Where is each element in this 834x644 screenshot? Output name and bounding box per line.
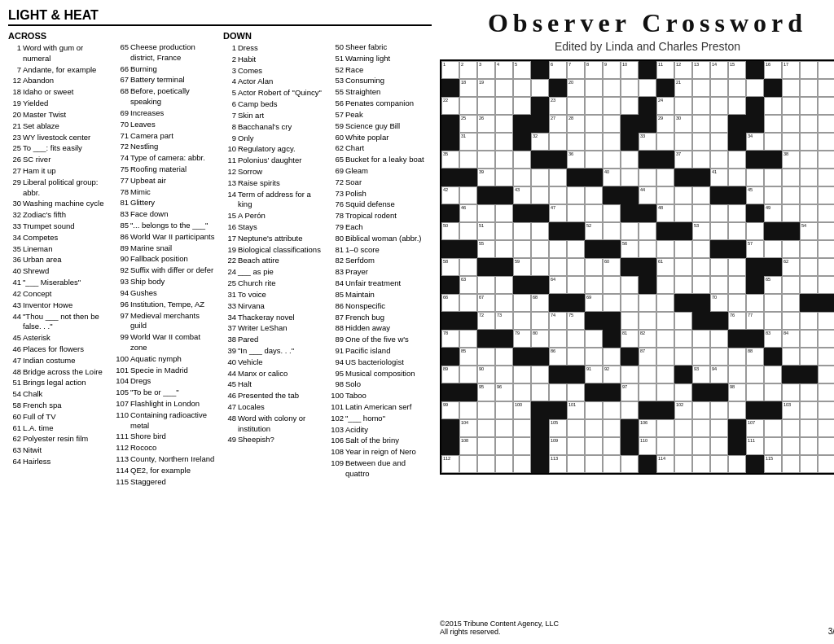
cell-12,0[interactable]: [441, 276, 459, 294]
cell-21,8[interactable]: [585, 437, 603, 455]
cell-9,14[interactable]: 53: [692, 222, 710, 240]
cell-22,13[interactable]: [674, 455, 692, 473]
cell-12,15[interactable]: [710, 276, 728, 294]
cell-0,15[interactable]: 14: [710, 61, 728, 79]
cell-16,21[interactable]: [818, 348, 834, 366]
cell-20,19[interactable]: [782, 419, 800, 437]
cell-21,9[interactable]: [603, 437, 621, 455]
cell-16,3[interactable]: [495, 348, 513, 366]
cell-20,18[interactable]: [764, 419, 782, 437]
cell-16,9[interactable]: [603, 348, 621, 366]
cell-9,17[interactable]: [746, 222, 764, 240]
cell-18,18[interactable]: [764, 383, 782, 401]
cell-2,3[interactable]: [495, 97, 513, 115]
cell-3,1[interactable]: 25: [459, 115, 477, 133]
cell-1,18[interactable]: [764, 79, 782, 97]
cell-0,20[interactable]: [800, 61, 818, 79]
cell-8,19[interactable]: [782, 204, 800, 222]
cell-4,19[interactable]: [782, 133, 800, 151]
cell-11,7[interactable]: [567, 258, 585, 276]
cell-17,11[interactable]: [639, 366, 656, 383]
cell-12,8[interactable]: [585, 276, 603, 294]
cell-21,20[interactable]: [800, 437, 818, 455]
cell-13,5[interactable]: 68: [531, 294, 549, 312]
cell-1,0[interactable]: [441, 79, 459, 97]
cell-2,5[interactable]: [531, 97, 549, 115]
cell-22,19[interactable]: [782, 455, 800, 473]
cell-7,4[interactable]: 43: [513, 186, 531, 204]
cell-16,8[interactable]: [585, 348, 603, 366]
cell-5,12[interactable]: [656, 151, 674, 169]
cell-2,9[interactable]: [603, 97, 621, 115]
cell-16,15[interactable]: [710, 348, 728, 366]
cell-3,8[interactable]: [585, 115, 603, 133]
cell-4,6[interactable]: [549, 133, 567, 151]
cell-20,3[interactable]: [495, 419, 513, 437]
cell-21,18[interactable]: [764, 437, 782, 455]
cell-18,8[interactable]: [585, 383, 603, 401]
cell-4,11[interactable]: 33: [639, 133, 656, 151]
cell-15,15[interactable]: [710, 330, 728, 348]
cell-6,10[interactable]: [621, 169, 639, 186]
cell-8,1[interactable]: 46: [459, 204, 477, 222]
cell-15,10[interactable]: 81: [621, 330, 639, 348]
cell-15,2[interactable]: [477, 330, 495, 348]
cell-16,6[interactable]: 86: [549, 348, 567, 366]
cell-22,10[interactable]: [621, 455, 639, 473]
cell-2,1[interactable]: [459, 97, 477, 115]
cell-13,9[interactable]: [603, 294, 621, 312]
cell-21,14[interactable]: [692, 437, 710, 455]
cell-13,16[interactable]: [728, 294, 746, 312]
cell-2,13[interactable]: [674, 97, 692, 115]
cell-18,7[interactable]: [567, 383, 585, 401]
cell-5,18[interactable]: [764, 151, 782, 169]
cell-22,4[interactable]: [513, 455, 531, 473]
cell-3,5[interactable]: [531, 115, 549, 133]
cell-11,18[interactable]: [764, 258, 782, 276]
cell-6,19[interactable]: [782, 169, 800, 186]
cell-7,1[interactable]: [459, 186, 477, 204]
cell-13,10[interactable]: [621, 294, 639, 312]
cell-15,8[interactable]: [585, 330, 603, 348]
cell-11,2[interactable]: [477, 258, 495, 276]
cell-1,10[interactable]: [621, 79, 639, 97]
cell-20,11[interactable]: 106: [639, 419, 656, 437]
cell-22,9[interactable]: [603, 455, 621, 473]
cell-10,7[interactable]: [567, 240, 585, 258]
cell-13,1[interactable]: [459, 294, 477, 312]
cell-6,1[interactable]: [459, 169, 477, 186]
cell-22,2[interactable]: [477, 455, 495, 473]
cell-11,5[interactable]: [531, 258, 549, 276]
cell-10,4[interactable]: [513, 240, 531, 258]
cell-15,0[interactable]: 78: [441, 330, 459, 348]
cell-11,0[interactable]: 58: [441, 258, 459, 276]
cell-5,16[interactable]: [728, 151, 746, 169]
cell-8,14[interactable]: [692, 204, 710, 222]
cell-11,10[interactable]: [621, 258, 639, 276]
cell-17,3[interactable]: [495, 366, 513, 383]
cell-21,2[interactable]: [477, 437, 495, 455]
cell-4,9[interactable]: [603, 133, 621, 151]
cell-2,7[interactable]: [567, 97, 585, 115]
cell-8,16[interactable]: [728, 204, 746, 222]
cell-14,17[interactable]: 77: [746, 312, 764, 330]
cell-11,19[interactable]: 62: [782, 258, 800, 276]
cell-17,16[interactable]: [728, 366, 746, 383]
cell-9,13[interactable]: [674, 222, 692, 240]
cell-0,12[interactable]: 11: [656, 61, 674, 79]
cell-10,12[interactable]: [656, 240, 674, 258]
cell-3,18[interactable]: [764, 115, 782, 133]
cell-18,0[interactable]: [441, 383, 459, 401]
cell-19,21[interactable]: [818, 401, 834, 419]
cell-17,15[interactable]: 94: [710, 366, 728, 383]
cell-9,11[interactable]: [639, 222, 656, 240]
cell-12,19[interactable]: [782, 276, 800, 294]
cell-10,8[interactable]: [585, 240, 603, 258]
cell-15,14[interactable]: [692, 330, 710, 348]
cell-16,16[interactable]: [728, 348, 746, 366]
cell-10,10[interactable]: 56: [621, 240, 639, 258]
cell-3,17[interactable]: [746, 115, 764, 133]
cell-15,21[interactable]: [818, 330, 834, 348]
cell-14,21[interactable]: [818, 312, 834, 330]
cell-1,16[interactable]: [728, 79, 746, 97]
